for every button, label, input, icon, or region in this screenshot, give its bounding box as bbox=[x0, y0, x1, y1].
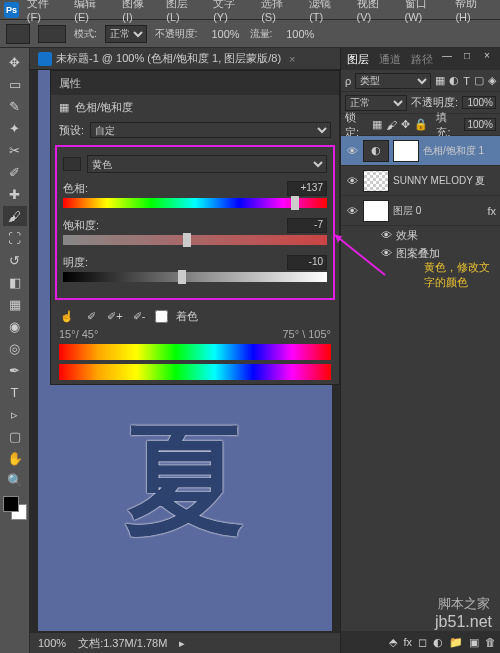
wand-tool[interactable]: ✦ bbox=[3, 118, 27, 138]
menu-help[interactable]: 帮助(H) bbox=[449, 0, 496, 25]
menu-edit[interactable]: 编辑(E) bbox=[68, 0, 114, 25]
close-button[interactable]: × bbox=[478, 48, 496, 62]
filter-smart-icon[interactable]: ◈ bbox=[488, 74, 496, 87]
blur-tool[interactable]: ◉ bbox=[3, 316, 27, 336]
stamp-tool[interactable]: ⛶ bbox=[3, 228, 27, 248]
fx-icon[interactable]: fx bbox=[403, 636, 412, 648]
lock-trans-icon[interactable]: ▦ bbox=[372, 118, 382, 131]
sat-label: 饱和度: bbox=[63, 218, 99, 233]
hue-value[interactable]: +137 bbox=[287, 181, 327, 196]
minimize-button[interactable]: — bbox=[438, 48, 456, 62]
path-tool[interactable]: ▹ bbox=[3, 404, 27, 424]
visibility-icon[interactable]: 👁 bbox=[345, 205, 359, 217]
lock-pos-icon[interactable]: ✥ bbox=[401, 118, 410, 131]
zoom-level[interactable]: 100% bbox=[38, 637, 66, 649]
tab-paths[interactable]: 路径 bbox=[411, 52, 433, 67]
brush-preview[interactable] bbox=[6, 24, 30, 44]
layer-mask[interactable] bbox=[393, 140, 419, 162]
move-tool[interactable]: ✥ bbox=[3, 52, 27, 72]
mode-select[interactable]: 正常 bbox=[105, 25, 147, 43]
layer-name[interactable]: 图层 0 bbox=[393, 204, 483, 218]
lightness-slider[interactable]: 明度:-10 bbox=[63, 255, 327, 282]
filter-pixel-icon[interactable]: ▦ bbox=[435, 74, 445, 87]
eraser-tool[interactable]: ◧ bbox=[3, 272, 27, 292]
layer-row[interactable]: 👁 ◐ 色相/饱和度 1 bbox=[341, 136, 500, 166]
color-strip-before[interactable] bbox=[59, 344, 331, 360]
sat-value[interactable]: -7 bbox=[287, 218, 327, 233]
new-layer-icon[interactable]: ▣ bbox=[469, 636, 479, 649]
lasso-tool[interactable]: ✎ bbox=[3, 96, 27, 116]
menu-filter[interactable]: 滤镜(T) bbox=[303, 0, 348, 25]
zoom-tool[interactable]: 🔍 bbox=[3, 470, 27, 490]
layer-thumb[interactable]: ◐ bbox=[363, 140, 389, 162]
tab-layers[interactable]: 图层 bbox=[347, 52, 369, 67]
hue-slider[interactable]: 色相:+137 bbox=[63, 181, 327, 208]
colorize-checkbox[interactable] bbox=[155, 310, 168, 323]
hand-tool[interactable]: ✋ bbox=[3, 448, 27, 468]
filter-icon[interactable]: ρ bbox=[345, 75, 351, 87]
blend-mode-select[interactable]: 正常 bbox=[345, 95, 407, 111]
eyedropper-icon[interactable]: ✐ bbox=[83, 308, 99, 324]
menu-view[interactable]: 视图(V) bbox=[351, 0, 397, 25]
link-icon[interactable]: ⬘ bbox=[389, 636, 397, 649]
menu-select[interactable]: 选择(S) bbox=[255, 0, 301, 25]
shape-tool[interactable]: ▢ bbox=[3, 426, 27, 446]
layer-filter-select[interactable]: 类型 bbox=[355, 73, 431, 89]
brush-tool[interactable]: 🖌 bbox=[3, 206, 27, 226]
status-arrow-icon[interactable]: ▸ bbox=[179, 637, 185, 650]
maximize-button[interactable]: □ bbox=[458, 48, 476, 62]
tab-channels[interactable]: 通道 bbox=[379, 52, 401, 67]
channel-swatch[interactable] bbox=[63, 157, 81, 171]
lock-pixel-icon[interactable]: 🖌 bbox=[386, 119, 397, 131]
lock-all-icon[interactable]: 🔒 bbox=[414, 118, 428, 131]
menu-image[interactable]: 图像(I) bbox=[116, 0, 158, 25]
filter-type-icon[interactable]: T bbox=[463, 75, 470, 87]
properties-header[interactable]: 属性 bbox=[51, 71, 339, 95]
eyedropper-sub-icon[interactable]: ✐- bbox=[131, 308, 147, 324]
close-tab-icon[interactable]: × bbox=[289, 53, 295, 65]
marquee-tool[interactable]: ▭ bbox=[3, 74, 27, 94]
eyedropper-tool[interactable]: ✐ bbox=[3, 162, 27, 182]
opacity-value[interactable]: 100% bbox=[206, 28, 242, 40]
filter-adj-icon[interactable]: ◐ bbox=[449, 74, 459, 87]
adjustment-icon[interactable]: ◐ bbox=[433, 636, 443, 649]
color-strip-after[interactable] bbox=[59, 364, 331, 380]
visibility-icon[interactable]: 👁 bbox=[345, 175, 359, 187]
layer-row[interactable]: 👁 图层 0 fx bbox=[341, 196, 500, 226]
layer-thumb[interactable] bbox=[363, 170, 389, 192]
preset-select[interactable]: 自定 bbox=[90, 122, 331, 138]
saturation-slider[interactable]: 饱和度:-7 bbox=[63, 218, 327, 245]
filter-shape-icon[interactable]: ▢ bbox=[474, 74, 484, 87]
document-tab[interactable]: 未标题-1 @ 100% (色相/饱和度 1, 图层蒙版/8) × bbox=[30, 48, 340, 70]
light-value[interactable]: -10 bbox=[287, 255, 327, 270]
foreground-color[interactable] bbox=[3, 496, 19, 512]
layer-name[interactable]: SUNNY MELODY 夏 bbox=[393, 174, 496, 188]
menu-layer[interactable]: 图层(L) bbox=[160, 0, 205, 25]
layer-row[interactable]: 👁 SUNNY MELODY 夏 bbox=[341, 166, 500, 196]
menu-type[interactable]: 文字(Y) bbox=[207, 0, 253, 25]
delete-icon[interactable]: 🗑 bbox=[485, 636, 496, 648]
channel-select[interactable]: 黄色 bbox=[87, 155, 327, 173]
visibility-icon[interactable]: 👁 bbox=[345, 145, 359, 157]
fx-badge[interactable]: fx bbox=[487, 205, 496, 217]
layer-name[interactable]: 色相/饱和度 1 bbox=[423, 144, 496, 158]
menu-window[interactable]: 窗口(W) bbox=[399, 0, 448, 25]
healing-tool[interactable]: ✚ bbox=[3, 184, 27, 204]
pen-tool[interactable]: ✒ bbox=[3, 360, 27, 380]
type-tool[interactable]: T bbox=[3, 382, 27, 402]
history-brush-tool[interactable]: ↺ bbox=[3, 250, 27, 270]
dodge-tool[interactable]: ◎ bbox=[3, 338, 27, 358]
gradient-tool[interactable]: ▦ bbox=[3, 294, 27, 314]
flow-value[interactable]: 100% bbox=[280, 28, 316, 40]
fill-value[interactable]: 100% bbox=[464, 118, 496, 131]
brush-picker[interactable] bbox=[38, 25, 66, 43]
layer-thumb[interactable] bbox=[363, 200, 389, 222]
layer-opacity-value[interactable]: 100% bbox=[462, 96, 496, 109]
color-swatch[interactable] bbox=[3, 496, 27, 520]
menu-file[interactable]: 文件(F) bbox=[21, 0, 66, 25]
target-adjust-icon[interactable]: ☝ bbox=[59, 308, 75, 324]
crop-tool[interactable]: ✂ bbox=[3, 140, 27, 160]
group-icon[interactable]: 📁 bbox=[449, 636, 463, 649]
mask-icon[interactable]: ◻ bbox=[418, 636, 427, 649]
eyedropper-add-icon[interactable]: ✐+ bbox=[107, 308, 123, 324]
